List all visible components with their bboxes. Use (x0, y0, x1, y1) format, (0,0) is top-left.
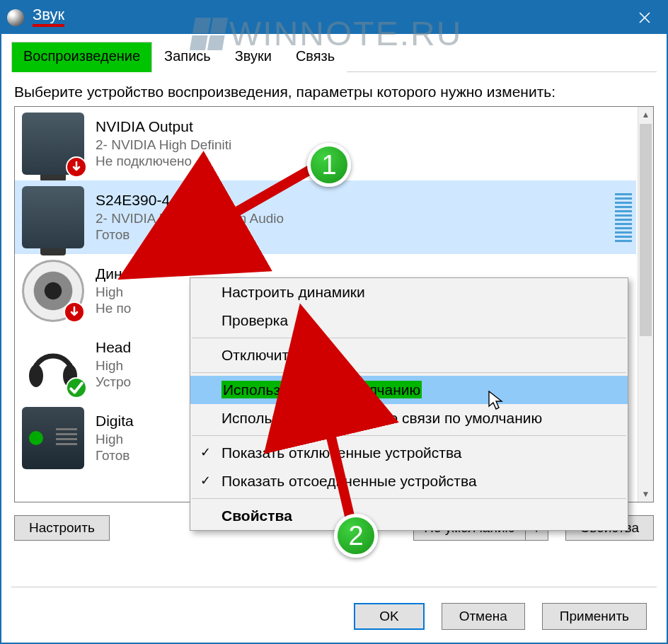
dialog-buttons: OK Отмена Применить (354, 603, 647, 630)
menu-configure-speakers[interactable]: Настроить динамики (190, 278, 628, 306)
menu-separator (192, 372, 626, 373)
svg-point-0 (29, 364, 43, 387)
level-meter-icon (615, 193, 632, 243)
scrollbar[interactable]: ▲ ▼ (638, 107, 653, 502)
window-title: Звук (33, 6, 64, 27)
disconnected-badge-icon (66, 156, 87, 178)
scroll-track[interactable] (638, 122, 653, 486)
annotation-bubble-2: 2 (334, 514, 378, 558)
device-driver: 2- NVIDIA High Definiti (96, 137, 231, 154)
menu-show-disconnected[interactable]: Показать отсоединенные устройства (190, 467, 628, 495)
device-driver: 2- NVIDIA High Definition Audio (96, 210, 284, 227)
device-status: Готов (96, 447, 134, 464)
menu-set-default[interactable]: Использовать по умолчанию (190, 376, 628, 404)
headphone-icon (22, 333, 84, 396)
tab-playback[interactable]: Воспроизведение (11, 42, 152, 72)
apply-button[interactable]: Применить (542, 603, 647, 630)
device-status: Не подключено (96, 153, 231, 170)
device-status: Устро (96, 374, 131, 391)
ok-button[interactable]: OK (354, 603, 424, 630)
device-driver: High (96, 357, 131, 374)
menu-show-disabled[interactable]: Показать отключенные устройства (190, 439, 628, 467)
spdif-icon (22, 407, 84, 469)
menu-separator (192, 338, 626, 338)
default-badge-icon (66, 377, 87, 398)
device-name: S24E390-4 (96, 191, 284, 209)
close-button[interactable] (628, 1, 661, 34)
context-menu: Настроить динамики Проверка Отключить Ис… (190, 277, 628, 531)
device-status: Не по (96, 300, 131, 317)
tab-strip: Воспроизведение Запись Звуки Связь (11, 41, 657, 72)
disconnected-badge-icon (64, 301, 85, 323)
menu-disable[interactable]: Отключить (190, 341, 628, 369)
tab-recording[interactable]: Запись (152, 42, 223, 72)
titlebar: Звук (1, 1, 667, 34)
device-status: Готов (96, 226, 284, 243)
monitor-icon (22, 113, 84, 175)
tab-communications[interactable]: Связь (284, 42, 347, 72)
bubble-number: 2 (348, 521, 363, 551)
device-driver: High (96, 284, 131, 301)
speaker-app-icon (7, 9, 24, 26)
tab-sounds[interactable]: Звуки (223, 42, 284, 72)
configure-button[interactable]: Настроить (14, 515, 110, 541)
monitor-icon (22, 186, 84, 248)
cursor-icon (488, 391, 504, 410)
cancel-button[interactable]: Отмена (442, 603, 525, 630)
device-s24e390[interactable]: S24E390-4 2- NVIDIA High Definition Audi… (15, 180, 636, 254)
device-name: Head (96, 338, 131, 357)
scroll-thumb[interactable] (640, 124, 652, 336)
annotation-bubble-1: 1 (307, 143, 351, 187)
device-name: Дина (96, 265, 131, 283)
close-icon (638, 11, 651, 24)
menu-properties[interactable]: Свойства (190, 502, 628, 530)
separator (11, 587, 657, 587)
menu-item-label: Использовать по умолчанию (221, 381, 422, 398)
menu-test[interactable]: Проверка (190, 306, 628, 335)
scroll-down-icon[interactable]: ▼ (638, 486, 653, 502)
menu-set-default-comm[interactable]: Использовать устройство связи по умолчан… (190, 404, 628, 432)
bubble-number: 1 (321, 150, 336, 180)
device-driver: High (96, 431, 134, 448)
speaker-icon (22, 260, 84, 322)
scroll-up-icon[interactable]: ▲ (638, 107, 653, 122)
instruction-text: Выберите устройство воспроизведения, пар… (14, 82, 654, 102)
menu-separator (192, 435, 626, 436)
device-name: NVIDIA Output (96, 117, 231, 136)
menu-separator (192, 498, 626, 499)
sound-window: Звук WINNOTE.RU Воспроизведение Запись З… (0, 0, 668, 644)
device-name: Digita (96, 412, 134, 430)
